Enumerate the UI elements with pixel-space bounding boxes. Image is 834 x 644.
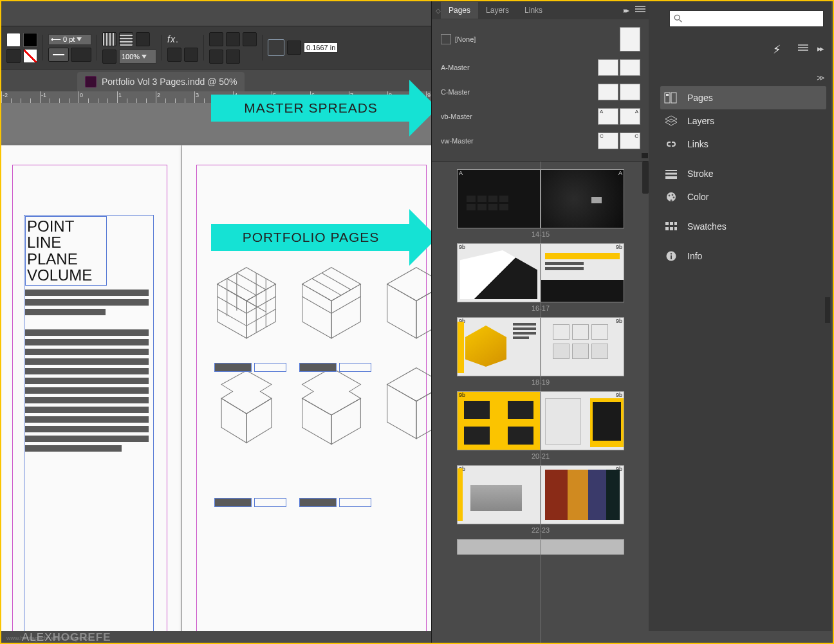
caption-box[interactable]	[254, 498, 286, 507]
panel-tabs: ◇ Pages Layers Links ▸▸	[432, 1, 649, 19]
svg-marker-24	[416, 284, 431, 338]
svg-point-45	[669, 195, 671, 197]
caption-box[interactable]	[299, 498, 337, 507]
cube-4	[212, 363, 281, 448]
caption-box[interactable]	[299, 363, 337, 372]
svg-rect-53	[674, 227, 677, 230]
bolt-icon[interactable]: ⚡︎	[773, 42, 781, 57]
swap-swatch[interactable]	[6, 49, 21, 63]
svg-line-18	[312, 279, 341, 295]
wrap-3[interactable]	[243, 32, 257, 46]
stroke-weight-field[interactable]: ⟵0 pt	[48, 34, 91, 45]
svg-marker-23	[387, 284, 416, 338]
svg-marker-0	[218, 268, 276, 301]
color-icon	[664, 191, 678, 203]
wrap-1[interactable]	[209, 32, 223, 46]
pages-panel: ◇ Pages Layers Links ▸▸ [None] A-Master …	[431, 1, 649, 643]
dock-item-pages[interactable]: Pages	[660, 86, 826, 109]
master-row-a[interactable]: A-Master	[432, 55, 649, 80]
layers-icon	[664, 115, 678, 127]
opacity-field[interactable]: 100%	[119, 50, 156, 64]
fx-opt-2[interactable]	[184, 48, 198, 62]
search-input[interactable]	[669, 10, 824, 27]
caption-box[interactable]	[214, 498, 252, 507]
master-pages-section: [None] A-Master C-Master vb-Master A A v…	[432, 19, 649, 161]
fill-swatch[interactable]	[6, 33, 21, 47]
tab-links[interactable]: Links	[517, 2, 550, 19]
wrap-5[interactable]	[226, 50, 240, 64]
svg-line-8	[218, 309, 246, 326]
dock-item-color[interactable]: Color	[660, 185, 826, 208]
collapse-dock-icon[interactable]: ▸▸	[817, 44, 822, 53]
svg-line-3	[227, 279, 256, 295]
close-panel-icon[interactable]: ≫	[817, 73, 825, 82]
stroke-style-1[interactable]	[48, 48, 69, 62]
align-3[interactable]	[136, 32, 150, 46]
dist-1[interactable]	[102, 50, 116, 64]
master-options-icon[interactable]	[441, 34, 451, 44]
caption-box[interactable]	[339, 498, 371, 507]
pages-thumbnails-list[interactable]: A A 14-15 9b 9	[432, 161, 649, 643]
caption-box[interactable]	[339, 363, 371, 372]
tab-layers[interactable]: Layers	[478, 2, 517, 19]
collapse-icon[interactable]: ▸▸	[624, 6, 627, 15]
spread-thumb-14-15[interactable]: A A 14-15	[457, 169, 624, 238]
dim-field[interactable]: 0.1667 in	[304, 42, 338, 53]
svg-rect-37	[671, 93, 676, 103]
align-1[interactable]	[102, 32, 116, 46]
align-2[interactable]	[119, 32, 133, 46]
pages-icon	[664, 92, 678, 104]
dock-item-swatches[interactable]: Swatches	[660, 215, 826, 238]
caption-box[interactable]	[254, 363, 286, 372]
wrap-4[interactable]	[209, 50, 223, 64]
page-right[interactable]	[182, 145, 431, 631]
svg-rect-52	[670, 227, 673, 230]
svg-line-20	[302, 297, 331, 313]
dock-item-info[interactable]: Info	[660, 244, 826, 268]
document-tab[interactable]: Portfolio Vol 3 Pages.indd @ 50%	[77, 72, 245, 91]
spread-thumb-20-21[interactable]: 9b 9b 20-21	[457, 391, 624, 460]
cube-3	[382, 262, 431, 347]
vertical-scrollbar[interactable]	[642, 161, 649, 194]
right-scrollbar[interactable]	[825, 297, 830, 323]
svg-rect-38	[666, 94, 669, 96]
stroke-swatch[interactable]	[23, 33, 37, 47]
spread-thumb-22-23[interactable]: 9b 9b 22-23	[457, 465, 624, 534]
workspace-canvas[interactable]: POINT LINE PLANE VOLUME	[1, 103, 431, 631]
spread-thumb-partial[interactable]	[457, 539, 624, 555]
master-row-c[interactable]: C-Master	[432, 80, 649, 104]
page-left[interactable]: POINT LINE PLANE VOLUME	[1, 145, 182, 631]
svg-marker-32	[387, 385, 416, 439]
svg-point-47	[673, 197, 675, 199]
wrap-2[interactable]	[226, 32, 240, 46]
tab-pages[interactable]: Pages	[441, 2, 478, 19]
scrollbar-thumb-icon[interactable]	[642, 153, 648, 158]
svg-marker-16	[302, 284, 331, 338]
svg-rect-49	[670, 222, 673, 225]
caption-box[interactable]	[214, 363, 252, 372]
spread-thumb-16-17[interactable]: 9b 9b 16-17	[457, 243, 624, 312]
dock-item-stroke[interactable]: Stroke	[660, 162, 826, 185]
svg-point-34	[674, 15, 680, 20]
fx-opt-1[interactable]	[167, 48, 181, 62]
frame-fit-button[interactable]	[268, 39, 284, 56]
dock-item-links[interactable]: Links	[660, 133, 826, 156]
panel-menu-icon[interactable]	[635, 6, 645, 14]
svg-marker-29	[302, 398, 331, 444]
master-row-none[interactable]: [None]	[432, 23, 649, 55]
stroke-style-2[interactable]	[71, 48, 91, 62]
master-row-vb[interactable]: vb-Master A A	[432, 104, 649, 129]
indesign-file-icon	[85, 76, 97, 87]
none-swatch[interactable]	[23, 49, 37, 63]
master-row-vw[interactable]: vw-Master C C	[432, 129, 649, 153]
svg-line-7	[218, 297, 246, 313]
dock-item-layers[interactable]: Layers	[660, 109, 826, 133]
spread-thumb-18-19[interactable]: 9b 9b 18-19	[457, 317, 624, 386]
frame-tool[interactable]	[287, 41, 301, 55]
links-icon	[664, 138, 678, 150]
fx-button[interactable]: fx.	[167, 34, 198, 44]
dock-menu-icon[interactable]	[798, 44, 808, 51]
link-icon: ◇	[432, 7, 441, 14]
svg-marker-33	[416, 385, 431, 439]
svg-rect-55	[671, 255, 672, 259]
